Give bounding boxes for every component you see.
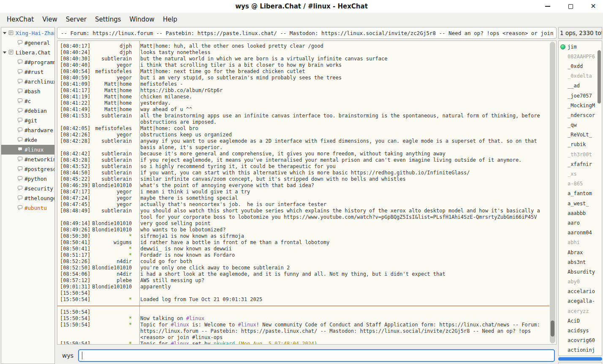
- chat-line: [08:42:42]subtlerainbecause it's more ge…: [57, 151, 556, 157]
- userlist-item[interactable]: a-865: [559, 179, 602, 189]
- message: i think that scrolling tiler is a bit cl…: [137, 62, 556, 68]
- userlist-item[interactable]: Abrax: [559, 247, 602, 257]
- channel-item-git[interactable]: #git: [1, 116, 54, 125]
- network-name: Libera.Chat: [16, 49, 51, 56]
- userlist-item[interactable]: aaro: [559, 218, 602, 228]
- topic-bar[interactable]: -- Forum: https://linux.forum -- Pastebi…: [57, 27, 557, 39]
- channel-item-ubuntu[interactable]: #ubuntu: [1, 203, 54, 213]
- userlist-item[interactable]: a_west_: [559, 198, 602, 208]
- server-tree-network[interactable]: Xing-Hai-Zhan: [1, 28, 54, 38]
- message-input[interactable]: [78, 349, 555, 362]
- channel-item-thelounge[interactable]: #thelounge: [1, 193, 54, 203]
- userlist-item[interactable]: AciD: [559, 316, 602, 326]
- channel-item-c[interactable]: #c: [1, 96, 54, 106]
- userlist-item[interactable]: accelario: [559, 287, 602, 296]
- userlist-item[interactable]: 082AAHPF6: [559, 52, 602, 61]
- menu-item-window[interactable]: Window: [125, 14, 159, 25]
- timestamp: [08:43:52]: [57, 163, 90, 170]
- userlist-item[interactable]: __ad: [559, 81, 602, 91]
- timestamp: [08:54:06]: [57, 271, 90, 277]
- userlist-item[interactable]: _xs: [559, 169, 602, 179]
- channel-item-security[interactable]: #security: [1, 184, 54, 193]
- nick: subtlerain: [90, 113, 137, 119]
- user-list[interactable]: jim082AAHPF6_0xdd_0xdelta__ad_joe7057_Mo…: [558, 41, 602, 356]
- userlist-item[interactable]: aceryzz: [559, 306, 602, 316]
- menu-item-help[interactable]: Help: [159, 14, 182, 25]
- chat-line: [08:49:26]Blondie101010who wants to be l…: [57, 227, 556, 233]
- channel-item-kde[interactable]: #kde: [1, 135, 54, 145]
- user-nick: a_west_: [568, 201, 589, 206]
- chat-line: [08:49:14]Blondie101010very good selling…: [57, 220, 556, 227]
- channel-item-linux[interactable]: #linux: [1, 145, 54, 155]
- nick: subtlerain: [90, 208, 137, 214]
- message: you should also watch this short youtube…: [137, 208, 556, 220]
- chat-log[interactable]: [08:40:17]djphMatt|home: huh, all the ot…: [57, 41, 557, 345]
- chat-scrollbar[interactable]: [550, 42, 555, 343]
- user-nick: acegalla-: [568, 298, 595, 304]
- userlist-item[interactable]: _th3r00t: [559, 149, 602, 159]
- close-button[interactable]: ✕: [589, 2, 598, 11]
- message-segment: Topic for: [140, 322, 171, 328]
- server-tree-network[interactable]: Libera.Chat: [1, 48, 54, 57]
- message: AWS still messing up?: [137, 277, 556, 284]
- nick: yegor: [90, 201, 137, 208]
- channel-icon: [16, 108, 23, 114]
- channel-icon: [16, 127, 23, 134]
- nick: Blondie101010: [90, 182, 137, 189]
- channel-item-networking[interactable]: #networking: [1, 155, 54, 164]
- userlist-item[interactable]: _0xdelta: [559, 71, 602, 81]
- userlist-item[interactable]: a_fantom: [559, 189, 602, 198]
- timestamp: [08:41:49]: [57, 106, 90, 113]
- menu-item-view[interactable]: View: [38, 14, 62, 25]
- server-tree[interactable]: Xing-Hai-Zhan#generalLibera.Chat##progra…: [1, 27, 55, 364]
- chat-line: [08:41:22]Matt|homeyesterday.: [57, 100, 556, 106]
- channel-item-hardware[interactable]: #hardware: [1, 125, 54, 135]
- menu-item-server[interactable]: Server: [62, 14, 91, 25]
- channel-item-general[interactable]: #general: [1, 38, 54, 48]
- user-nick: Abrax: [568, 250, 583, 255]
- channel-name: #hardware: [24, 127, 53, 133]
- userlist-item[interactable]: abs3nt: [559, 257, 602, 267]
- minimize-button[interactable]: [543, 2, 552, 11]
- userlist-item[interactable]: acidsys: [559, 326, 602, 335]
- channel-name: #postgresql: [24, 166, 54, 172]
- channel-item-programmi[interactable]: ##programmi: [1, 57, 54, 67]
- userlist-item[interactable]: _0xdd: [559, 61, 602, 71]
- userlist-item[interactable]: _ReVoLt_: [559, 130, 602, 140]
- expander-icon[interactable]: [3, 52, 6, 54]
- menu-item-hexchat[interactable]: HexChat: [3, 14, 38, 25]
- channel-item-archlinux[interactable]: #archlinux: [1, 77, 54, 87]
- nick: mefistofeles: [90, 125, 137, 132]
- userlist-item[interactable]: aaronm04: [559, 228, 602, 238]
- chat-line: [08:40:59]yegorbut i am very stupid, so …: [57, 75, 556, 81]
- userlist-item[interactable]: aaabbb: [559, 208, 602, 218]
- channel-item-python[interactable]: #python: [1, 174, 54, 184]
- message-segment: #linux: [171, 341, 189, 345]
- userlist-item[interactable]: _rubik: [559, 140, 602, 149]
- message: similar infinite canvas/zoom concept, bu…: [137, 176, 556, 182]
- userlist-item[interactable]: Absurdity: [559, 267, 602, 277]
- userlist-item[interactable]: _xfafnir: [559, 159, 602, 169]
- menu-item-settings[interactable]: Settings: [91, 14, 125, 25]
- channel-item-postgresql[interactable]: #postgresql: [1, 164, 54, 174]
- channel-item-rust[interactable]: ##rust: [1, 67, 54, 77]
- userlist-item[interactable]: _joe7057: [559, 91, 602, 101]
- userlist-item[interactable]: acegalla-: [559, 296, 602, 306]
- message: but i am very stupid, so subtlerain's mi…: [137, 75, 556, 81]
- userlist-item[interactable]: _qw: [559, 120, 602, 130]
- userlist-item[interactable]: abhi: [559, 238, 602, 247]
- userlist-item[interactable]: _MockingM: [559, 101, 602, 110]
- userlist-item[interactable]: _nderscor: [559, 110, 602, 120]
- maximize-button[interactable]: [566, 2, 575, 11]
- nick: subtlerain: [90, 163, 137, 170]
- expander-icon[interactable]: [3, 32, 6, 34]
- userlist-item[interactable]: aby0: [559, 277, 602, 287]
- channel-item-debian[interactable]: #debian: [1, 106, 54, 116]
- channel-name: #c: [24, 98, 31, 104]
- userlist-item[interactable]: acovrig60: [559, 336, 602, 345]
- userlist-horizontal-scrollbar[interactable]: [558, 357, 602, 361]
- channel-item-bash[interactable]: #bash: [1, 87, 54, 96]
- chat-scrollbar-thumb[interactable]: [551, 321, 554, 337]
- userlist-item[interactable]: jim: [559, 42, 602, 52]
- userlist-item[interactable]: actioninj: [559, 345, 602, 355]
